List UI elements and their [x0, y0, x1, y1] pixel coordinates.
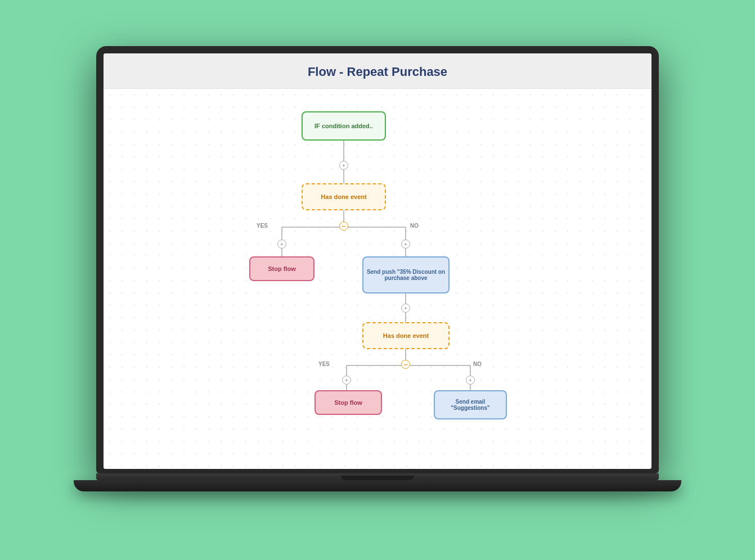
connector-push-bottom: + — [401, 304, 410, 313]
has-done-event-2-node: Has done event — [362, 322, 450, 349]
flow-diagram: IF condition added.. + Has done event − — [203, 100, 552, 449]
connector-no-branch-2: + — [466, 376, 475, 385]
connector-yes-branch-2: + — [342, 376, 351, 385]
hinge-bump — [341, 476, 414, 480]
yes-label-2: YES — [318, 361, 330, 367]
laptop-wrapper: Flow - Repeat Purchase — [74, 46, 681, 491]
if-condition-node: IF condition added.. — [302, 111, 386, 141]
connector-no-branch-1: + — [401, 240, 410, 249]
stop-flow-1-node: Stop flow — [249, 256, 314, 281]
laptop-screen: Flow - Repeat Purchase — [96, 46, 659, 473]
connector-event1-bottom: − — [339, 222, 348, 231]
laptop-base — [74, 480, 681, 491]
flow-canvas: IF condition added.. + Has done event − — [104, 89, 651, 469]
page-background: Flow - Repeat Purchase — [0, 0, 755, 560]
stop-flow-2-node: Stop flow — [314, 390, 382, 415]
page-title: Flow - Repeat Purchase — [308, 65, 447, 79]
laptop-hinge — [96, 473, 659, 480]
screen-inner: Flow - Repeat Purchase — [104, 53, 651, 469]
has-done-event-1-node: Has done event — [302, 183, 386, 210]
yes-label-1: YES — [257, 223, 268, 229]
screen-header: Flow - Repeat Purchase — [104, 53, 651, 89]
send-email-node: Send email "Suggestions" — [434, 390, 507, 419]
no-label-1: NO — [410, 223, 419, 229]
no-label-2: NO — [473, 361, 482, 367]
send-push-node: Send push "35% Discount on purchase abov… — [362, 256, 450, 293]
connector-yes-branch-1: + — [277, 240, 286, 249]
connector-event2-bottom: − — [401, 360, 410, 369]
connector-below-if: + — [339, 161, 348, 170]
